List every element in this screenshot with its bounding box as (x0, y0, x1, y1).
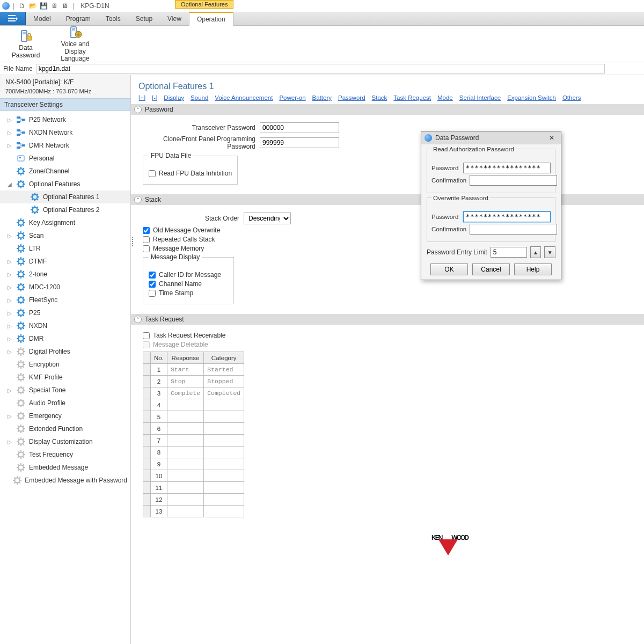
tree-item-zone-channel[interactable]: Zone/Channel (0, 165, 130, 178)
tree-item-nxdn[interactable]: ▷NXDN (0, 319, 130, 332)
tree-item-nxdn-network[interactable]: ▷NXDN Network (0, 126, 130, 139)
link-serial-interface[interactable]: Serial Interface (459, 94, 501, 101)
table-row[interactable]: 12 (143, 494, 244, 506)
data-password-button[interactable]: Data Password (4, 28, 47, 60)
read-password-input[interactable] (463, 163, 551, 173)
write-device-icon[interactable]: 🖥 (50, 2, 58, 10)
password-section-header[interactable]: ⌃ Password (131, 104, 644, 115)
link-others[interactable]: Others (562, 94, 581, 101)
tree-item-optional-features[interactable]: ◢Optional Features (0, 178, 130, 191)
file-menu-button[interactable] (0, 12, 26, 25)
table-row[interactable]: 13 (143, 506, 244, 517)
link-voice-announcement[interactable]: Voice Announcement (215, 94, 273, 101)
overwrite-password-input[interactable] (463, 211, 551, 222)
transceiver-password-input[interactable] (260, 122, 339, 133)
tree-item-kmf-profile[interactable]: KMF Profile (0, 371, 130, 384)
task-request-table[interactable]: No.ResponseCategory1StartStarted2StopSto… (143, 352, 244, 517)
link--[interactable]: [+] (138, 94, 145, 101)
table-row[interactable]: 1StartStarted (143, 364, 244, 376)
tree-item-emergency[interactable]: ▷Emergency (0, 409, 130, 422)
link-display[interactable]: Display (164, 94, 184, 101)
table-row[interactable]: 8 (143, 447, 244, 458)
table-row[interactable]: 11 (143, 482, 244, 494)
tree-item-fleetsync[interactable]: ▷FleetSync (0, 294, 130, 306)
overwrite-confirmation-input[interactable] (470, 224, 557, 235)
table-row[interactable]: 3CompleteCompleted (143, 387, 244, 399)
table-row[interactable]: 10 (143, 470, 244, 482)
task-request-receivable-checkbox[interactable] (143, 332, 150, 339)
channel-name-checkbox[interactable] (149, 281, 156, 288)
link-battery[interactable]: Battery (312, 94, 332, 101)
clone-password-input[interactable] (260, 137, 339, 148)
repeated-calls-stack-checkbox[interactable] (143, 236, 150, 243)
password-entry-limit-input[interactable] (491, 247, 527, 258)
tab-view[interactable]: View (160, 12, 189, 25)
tree-item-embedded-message[interactable]: Embedded Message (0, 461, 130, 474)
old-message-overwrite-checkbox[interactable] (143, 227, 150, 234)
link-mode[interactable]: Mode (437, 94, 453, 101)
tree-item-ltr[interactable]: LTR (0, 242, 130, 255)
cancel-button[interactable]: Cancel (472, 264, 510, 275)
link-task-request[interactable]: Task Request (393, 94, 431, 101)
tree-item-optional-features-1[interactable]: Optional Features 1 (0, 191, 130, 203)
tab-setup[interactable]: Setup (128, 12, 160, 25)
tab-program[interactable]: Program (58, 12, 98, 25)
table-row[interactable]: 7 (143, 435, 244, 447)
message-deletable-checkbox[interactable] (143, 341, 150, 348)
tree-item-special-tone[interactable]: ▷Special Tone (0, 384, 130, 397)
link-power-on[interactable]: Power-on (279, 94, 305, 101)
tree-item-personal[interactable]: Personal (0, 152, 130, 165)
time-stamp-checkbox[interactable] (149, 290, 156, 297)
tree-item-dmr[interactable]: ▷DMR (0, 332, 130, 345)
tree-item-key-assignment[interactable]: Key Assignment (0, 216, 130, 229)
stack-order-select[interactable]: Descending (244, 213, 291, 224)
tree-item-extended-function[interactable]: Extended Function (0, 422, 130, 435)
table-row[interactable]: 5 (143, 411, 244, 423)
file-name-input[interactable] (36, 64, 605, 74)
tree-item-embedded-message-with-password[interactable]: Embedded Message with Password (0, 474, 130, 487)
link--[interactable]: [-] (152, 94, 157, 101)
link-expansion-switch[interactable]: Expansion Switch (507, 94, 556, 101)
splitter-grip[interactable] (131, 231, 134, 252)
tab-model[interactable]: Model (26, 12, 58, 25)
ok-button[interactable]: OK (430, 264, 468, 275)
help-button[interactable]: Help (514, 264, 552, 275)
table-row[interactable]: 6 (143, 423, 244, 435)
tree-item-optional-features-2[interactable]: Optional Features 2 (0, 203, 130, 216)
tree-item-mdc-1200[interactable]: ▷MDC-1200 (0, 281, 130, 294)
task-request-section-header[interactable]: ⌃ Task Request (131, 314, 644, 325)
new-file-icon[interactable]: 🗋 (18, 2, 26, 10)
tree-item-dmr-network[interactable]: ▷DMR Network (0, 139, 130, 152)
dialog-titlebar[interactable]: Data Password ✕ (421, 131, 561, 144)
link-sound[interactable]: Sound (191, 94, 208, 101)
tree-item-audio-profile[interactable]: Audio Profile (0, 397, 130, 409)
tree-item-dtmf[interactable]: ▷DTMF (0, 255, 130, 268)
tree-item-scan[interactable]: ▷Scan (0, 229, 130, 242)
table-row[interactable]: 9 (143, 458, 244, 470)
dialog-close-button[interactable]: ✕ (546, 134, 558, 142)
open-file-icon[interactable]: 📂 (28, 2, 37, 10)
tree-item-encryption[interactable]: Encryption (0, 358, 130, 371)
save-file-icon[interactable]: 💾 (39, 2, 48, 10)
read-confirmation-input[interactable] (470, 175, 557, 186)
link-password[interactable]: Password (338, 94, 365, 101)
tree-item-p25[interactable]: ▷P25 (0, 306, 130, 319)
message-memory-checkbox[interactable] (143, 245, 150, 252)
tab-operation[interactable]: Operation (189, 12, 233, 26)
tab-tools[interactable]: Tools (98, 12, 128, 25)
table-row[interactable]: 4 (143, 399, 244, 411)
tree-item-p25-network[interactable]: ▷P25 Network (0, 113, 130, 126)
read-device-icon[interactable]: 🖥 (61, 2, 69, 10)
tree-item-display-customization[interactable]: ▷Display Customization (0, 435, 130, 448)
tree-item-digital-profiles[interactable]: ▷Digital Profiles (0, 345, 130, 358)
settings-tree[interactable]: ▷P25 Network▷NXDN Network▷DMR NetworkPer… (0, 111, 130, 644)
caller-id-checkbox[interactable] (149, 272, 156, 279)
voice-language-button[interactable]: Voice and Display Language (54, 25, 97, 63)
spin-up-button[interactable]: ▲ (530, 246, 541, 258)
link-stack[interactable]: Stack (372, 94, 387, 101)
table-row[interactable]: 2StopStopped (143, 376, 244, 387)
tree-item-test-frequency[interactable]: Test Frequency (0, 448, 130, 461)
read-fpu-inhibition-checkbox[interactable] (149, 170, 156, 177)
stack-section-header[interactable]: ⌃ Stack (131, 194, 644, 205)
spin-down-button[interactable]: ▼ (544, 246, 555, 258)
